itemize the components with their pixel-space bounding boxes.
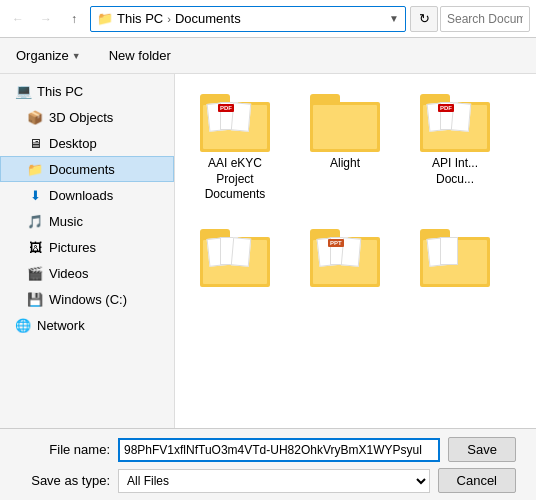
network-icon: 🌐 bbox=[15, 317, 31, 333]
downloads-icon: ⬇ bbox=[27, 187, 43, 203]
sidebar-item-windows-c[interactable]: 💾 Windows (C:) bbox=[0, 286, 174, 312]
folder-label-alight: Alight bbox=[330, 156, 360, 172]
sidebar-label-network: Network bbox=[37, 318, 85, 333]
folder-5[interactable]: PPT bbox=[295, 221, 395, 299]
folder-alight[interactable]: Alight bbox=[295, 86, 395, 211]
windows-c-icon: 💾 bbox=[27, 291, 43, 307]
sidebar-item-this-pc[interactable]: 💻 This PC bbox=[0, 78, 174, 104]
folder-icon-5: PPT bbox=[310, 229, 380, 287]
videos-icon: 🎬 bbox=[27, 265, 43, 281]
save-button[interactable]: Save bbox=[448, 437, 516, 462]
sidebar-label-music: Music bbox=[49, 214, 83, 229]
folder-icon-4 bbox=[200, 229, 270, 287]
content-area: PDF AAI eKYC ProjectDocuments Alight PD bbox=[175, 74, 536, 428]
new-folder-label: New folder bbox=[109, 48, 171, 63]
sidebar-item-documents[interactable]: 📁 Documents bbox=[0, 156, 174, 182]
breadcrumb-part2: Documents bbox=[175, 11, 241, 26]
pdf-badge: PDF bbox=[218, 104, 234, 112]
save-as-type-label: Save as type: bbox=[20, 473, 110, 488]
sidebar-item-network[interactable]: 🌐 Network bbox=[0, 312, 174, 338]
ppt-badge: PPT bbox=[328, 239, 344, 247]
refresh-button[interactable]: ↻ bbox=[410, 6, 438, 32]
address-right-buttons: ↻ bbox=[410, 6, 530, 32]
folder-aai-ekyc[interactable]: PDF AAI eKYC ProjectDocuments bbox=[185, 86, 285, 211]
sidebar-label-desktop: Desktop bbox=[49, 136, 97, 151]
sidebar-label-videos: Videos bbox=[49, 266, 89, 281]
new-folder-button[interactable]: New folder bbox=[103, 45, 177, 66]
documents-icon: 📁 bbox=[27, 161, 43, 177]
3d-objects-icon: 📦 bbox=[27, 109, 43, 125]
save-as-type-row: Save as type: All Files Cancel bbox=[20, 468, 516, 493]
search-input[interactable] bbox=[440, 6, 530, 32]
pictures-icon: 🖼 bbox=[27, 239, 43, 255]
cancel-button[interactable]: Cancel bbox=[438, 468, 516, 493]
breadcrumb-part1: This PC bbox=[117, 11, 163, 26]
file-name-input[interactable] bbox=[118, 438, 440, 462]
breadcrumb-dropdown-icon[interactable]: ▼ bbox=[389, 13, 399, 24]
up-button[interactable]: ↑ bbox=[62, 7, 86, 31]
organize-button[interactable]: Organize ▼ bbox=[10, 45, 87, 66]
folder-4[interactable] bbox=[185, 221, 285, 299]
sidebar: 💻 This PC 📦 3D Objects 🖥 Desktop 📁 Docum… bbox=[0, 74, 175, 428]
sidebar-item-3d-objects[interactable]: 📦 3D Objects bbox=[0, 104, 174, 130]
organize-label: Organize bbox=[16, 48, 69, 63]
forward-button[interactable]: → bbox=[34, 7, 58, 31]
sidebar-item-pictures[interactable]: 🖼 Pictures bbox=[0, 234, 174, 260]
folder-icon-api-int: PDF bbox=[420, 94, 490, 152]
sidebar-item-videos[interactable]: 🎬 Videos bbox=[0, 260, 174, 286]
sidebar-item-desktop[interactable]: 🖥 Desktop bbox=[0, 130, 174, 156]
organize-chevron-icon: ▼ bbox=[72, 51, 81, 61]
pdf-badge2: PDF bbox=[438, 104, 454, 112]
toolbar: Organize ▼ New folder bbox=[0, 38, 536, 74]
folder-6[interactable] bbox=[405, 221, 505, 299]
folder-icon-6 bbox=[420, 229, 490, 287]
this-pc-icon: 💻 bbox=[15, 83, 31, 99]
file-name-label: File name: bbox=[20, 442, 110, 457]
sidebar-label-documents: Documents bbox=[49, 162, 115, 177]
sidebar-label-this-pc: This PC bbox=[37, 84, 83, 99]
sidebar-label-windows-c: Windows (C:) bbox=[49, 292, 127, 307]
folder-icon-alight bbox=[310, 94, 380, 152]
folder-api-int[interactable]: PDF API Int...Docu... bbox=[405, 86, 505, 211]
sidebar-label-downloads: Downloads bbox=[49, 188, 113, 203]
main-layout: 💻 This PC 📦 3D Objects 🖥 Desktop 📁 Docum… bbox=[0, 74, 536, 428]
sidebar-label-3d-objects: 3D Objects bbox=[49, 110, 113, 125]
folder-icon-aai-ekyc: PDF bbox=[200, 94, 270, 152]
file-name-row: File name: Save bbox=[20, 437, 516, 462]
save-as-type-select[interactable]: All Files bbox=[118, 469, 430, 493]
breadcrumb-folder-icon: 📁 bbox=[97, 11, 113, 26]
folder-label-api-int: API Int...Docu... bbox=[432, 156, 478, 187]
sidebar-item-music[interactable]: 🎵 Music bbox=[0, 208, 174, 234]
bottom-panel: File name: Save Save as type: All Files … bbox=[0, 428, 536, 500]
breadcrumb[interactable]: 📁 This PC › Documents ▼ bbox=[90, 6, 406, 32]
folder-label-aai-ekyc: AAI eKYC ProjectDocuments bbox=[191, 156, 279, 203]
sidebar-label-pictures: Pictures bbox=[49, 240, 96, 255]
desktop-icon: 🖥 bbox=[27, 135, 43, 151]
breadcrumb-separator: › bbox=[167, 13, 171, 25]
address-bar: ← → ↑ 📁 This PC › Documents ▼ ↻ bbox=[0, 0, 536, 38]
music-icon: 🎵 bbox=[27, 213, 43, 229]
back-button[interactable]: ← bbox=[6, 7, 30, 31]
sidebar-item-downloads[interactable]: ⬇ Downloads bbox=[0, 182, 174, 208]
